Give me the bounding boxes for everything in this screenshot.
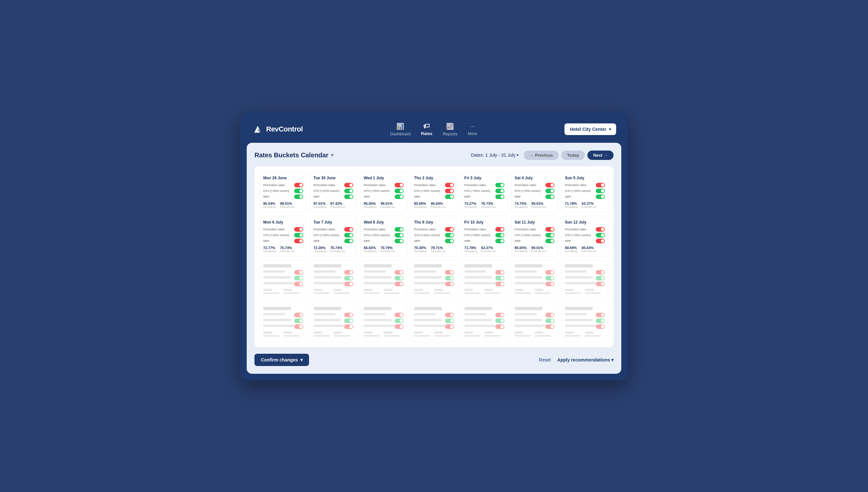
toggle-switch[interactable] [596,233,605,238]
day-card[interactable]: Wed 1 JulyPromotion ratesOTA (+25% comm)… [360,172,407,213]
rate-row: OTA (+25% comm) [565,189,605,193]
toggle-switch[interactable] [294,233,303,238]
day-card[interactable] [310,303,357,342]
toggle-switch[interactable] [294,239,303,243]
day-card[interactable] [260,303,307,342]
day-card[interactable]: Sun 5 JulyPromotion ratesOTA (+25% comm)… [561,172,608,213]
nav-dashboard[interactable]: 📊 Dashboard [390,122,411,136]
day-card[interactable] [511,303,558,342]
day-card[interactable]: Tue 7 JulyPromotion ratesOTA (+25% comm)… [310,216,357,257]
today-button[interactable]: Today [561,150,585,160]
toggle-switch[interactable] [394,233,404,238]
toggle-switch[interactable] [495,239,504,243]
toggle-switch[interactable] [344,189,353,193]
day-card[interactable] [260,260,307,299]
rate-row: NRF [414,195,454,199]
day-card[interactable]: Sun 12 JulyPromotion ratesOTA (+25% comm… [561,216,608,257]
toggle-switch[interactable] [445,195,454,199]
toggle-switch[interactable] [545,189,555,193]
day-card[interactable]: Thu 9 JulyPromotion ratesOTA (+25% comm)… [410,216,458,257]
reset-button[interactable]: Reset [539,357,551,363]
day-card[interactable]: Sat 4 JulyPromotion ratesOTA (+25% comm)… [511,172,558,213]
day-card[interactable]: Wed 8 JulyPromotion ratesOTA (+25% comm)… [360,216,407,257]
confirm-changes-button[interactable]: Confirm changes ▾ [254,354,309,366]
day-card[interactable] [461,303,508,342]
toggle-switch[interactable] [545,227,555,231]
toggle-switch[interactable] [445,189,454,193]
day-card[interactable]: Sat 11 JulyPromotion ratesOTA (+25% comm… [511,216,558,257]
forecast-occ-label: Forecast occ [431,205,445,208]
occupancy-value: 71.78% [565,202,578,205]
toggle-switch[interactable] [445,239,454,243]
day-card[interactable] [310,260,357,299]
day-card[interactable] [410,260,458,299]
toggle-switch[interactable] [294,189,303,193]
occupancy-value: 66.83% [364,246,377,250]
day-card[interactable] [561,260,608,299]
toggle-switch[interactable] [596,239,605,243]
day-header: Fri 10 July [464,220,504,224]
date-range[interactable]: Dates: 1 July - 31 July ▾ [471,152,519,158]
toggle-switch[interactable] [294,183,303,187]
day-card[interactable] [511,260,558,299]
toggle-switch[interactable] [495,183,504,187]
toggle-switch[interactable] [596,195,605,199]
toggle-switch[interactable] [394,195,404,199]
toggle-switch[interactable] [394,227,404,231]
hotel-selector-button[interactable]: Hotel City Center ▾ [564,123,616,135]
toggle-switch[interactable] [344,227,353,231]
toggle-switch[interactable] [445,183,454,187]
toggle-switch[interactable] [394,239,404,243]
day-card[interactable] [360,260,407,299]
toggle-switch[interactable] [596,183,605,187]
rate-label: OTA (+25% comm) [364,233,394,237]
apply-chevron-icon: ▾ [611,357,614,363]
occupancy-value: 97.01% [313,202,327,205]
toggle-switch[interactable] [445,233,454,238]
day-card[interactable]: Tue 30 JunePromotion ratesOTA (+25% comm… [310,172,357,213]
page-title-chevron-icon[interactable]: ▾ [331,152,333,158]
rate-label: Promotion rates [414,227,445,231]
toggle-switch[interactable] [596,227,605,231]
toggle-switch[interactable] [545,195,555,199]
toggle-switch[interactable] [344,233,353,238]
toggle-switch[interactable] [495,233,504,238]
calendar-grid: Mon 29 JunePromotion ratesOTA (+25% comm… [254,166,614,347]
day-card[interactable]: Fri 3 JulyPromotion ratesOTA (+25% comm)… [461,172,508,213]
toggle-switch[interactable] [545,233,555,238]
toggle-switch[interactable] [545,239,555,243]
toggle-switch[interactable] [344,239,353,243]
prev-button[interactable]: ← Previous [524,150,559,160]
occupancy-stat: 80.69%Occupancy [565,246,578,253]
toggle-switch[interactable] [394,183,404,187]
day-card[interactable]: Thu 2 JulyPromotion ratesOTA (+25% comm)… [410,172,458,213]
nav-rates[interactable]: 🏷 Rates [421,122,432,136]
day-card[interactable]: Fri 10 JulyPromotion ratesOTA (+25% comm… [461,216,508,257]
toggle-switch[interactable] [294,227,303,231]
day-card[interactable] [461,260,508,299]
toggle-switch[interactable] [495,189,504,193]
forecast-occ-stat: 99.01%Forecast occ [532,246,546,253]
toggle-switch[interactable] [294,195,303,199]
toggle-switch[interactable] [445,227,454,231]
day-card[interactable]: Mon 6 JulyPromotion ratesOTA (+25% comm)… [260,216,307,257]
apply-recommendations-button[interactable]: Apply recommendations ▾ [557,357,614,363]
confirm-label: Confirm changes [261,357,298,363]
day-card[interactable] [360,303,407,342]
nav-more[interactable]: ··· More [467,122,477,136]
toggle-switch[interactable] [344,195,353,199]
footer: Confirm changes ▾ Reset Apply recommenda… [254,354,614,366]
toggle-switch[interactable] [495,195,504,199]
toggle-switch[interactable] [495,227,504,231]
day-card[interactable] [410,303,458,342]
toggle-switch[interactable] [596,189,605,193]
day-card[interactable] [561,303,608,342]
forecast-occ-value: 63.37% [582,202,596,205]
nav-reports[interactable]: 📈 Reports [443,122,458,136]
next-button[interactable]: Next → [587,150,614,160]
forecast-occ-value: 85.64% [431,202,445,205]
toggle-switch[interactable] [545,183,555,187]
toggle-switch[interactable] [394,189,404,193]
day-card[interactable]: Mon 29 JunePromotion ratesOTA (+25% comm… [260,172,307,213]
toggle-switch[interactable] [344,183,353,187]
